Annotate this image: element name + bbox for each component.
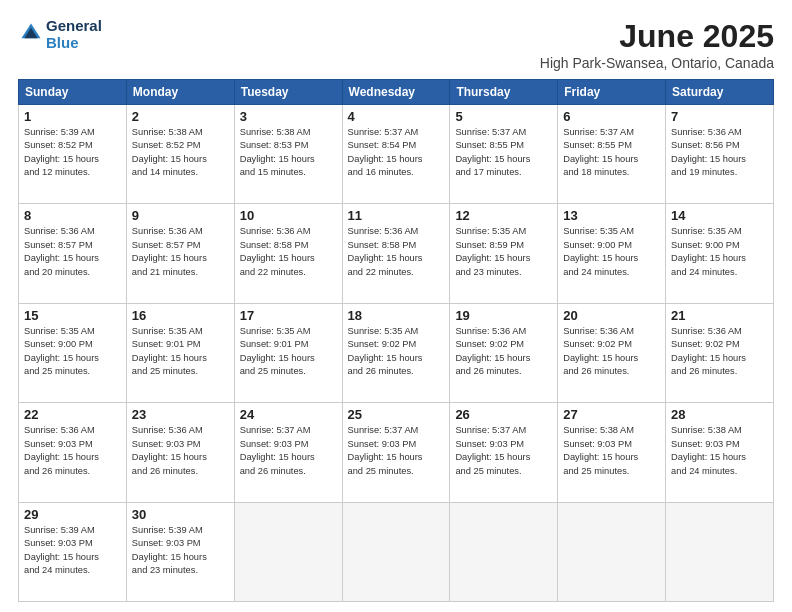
day-info: Sunrise: 5:35 AM Sunset: 9:00 PM Dayligh… <box>671 225 768 279</box>
day-info: Sunrise: 5:35 AM Sunset: 9:01 PM Dayligh… <box>132 325 229 379</box>
day-info: Sunrise: 5:38 AM Sunset: 8:53 PM Dayligh… <box>240 126 337 180</box>
day-number: 15 <box>24 308 121 323</box>
header: General Blue June 2025 High Park-Swansea… <box>18 18 774 71</box>
calendar-cell: 16Sunrise: 5:35 AM Sunset: 9:01 PM Dayli… <box>126 303 234 402</box>
calendar-cell <box>234 502 342 601</box>
day-number: 13 <box>563 208 660 223</box>
calendar-cell: 1Sunrise: 5:39 AM Sunset: 8:52 PM Daylig… <box>19 105 127 204</box>
calendar-cell: 25Sunrise: 5:37 AM Sunset: 9:03 PM Dayli… <box>342 403 450 502</box>
col-header-friday: Friday <box>558 80 666 105</box>
day-number: 4 <box>348 109 445 124</box>
calendar-cell: 5Sunrise: 5:37 AM Sunset: 8:55 PM Daylig… <box>450 105 558 204</box>
day-info: Sunrise: 5:39 AM Sunset: 8:52 PM Dayligh… <box>24 126 121 180</box>
day-info: Sunrise: 5:35 AM Sunset: 9:00 PM Dayligh… <box>563 225 660 279</box>
calendar-cell: 4Sunrise: 5:37 AM Sunset: 8:54 PM Daylig… <box>342 105 450 204</box>
calendar-cell: 15Sunrise: 5:35 AM Sunset: 9:00 PM Dayli… <box>19 303 127 402</box>
calendar-cell: 13Sunrise: 5:35 AM Sunset: 9:00 PM Dayli… <box>558 204 666 303</box>
calendar-cell: 8Sunrise: 5:36 AM Sunset: 8:57 PM Daylig… <box>19 204 127 303</box>
calendar-cell: 20Sunrise: 5:36 AM Sunset: 9:02 PM Dayli… <box>558 303 666 402</box>
day-number: 2 <box>132 109 229 124</box>
col-header-thursday: Thursday <box>450 80 558 105</box>
day-number: 24 <box>240 407 337 422</box>
calendar-table: SundayMondayTuesdayWednesdayThursdayFrid… <box>18 79 774 602</box>
day-info: Sunrise: 5:37 AM Sunset: 9:03 PM Dayligh… <box>240 424 337 478</box>
day-number: 7 <box>671 109 768 124</box>
calendar-cell: 24Sunrise: 5:37 AM Sunset: 9:03 PM Dayli… <box>234 403 342 502</box>
day-info: Sunrise: 5:38 AM Sunset: 9:03 PM Dayligh… <box>563 424 660 478</box>
day-number: 1 <box>24 109 121 124</box>
location: High Park-Swansea, Ontario, Canada <box>540 55 774 71</box>
calendar-cell: 7Sunrise: 5:36 AM Sunset: 8:56 PM Daylig… <box>666 105 774 204</box>
calendar-cell: 28Sunrise: 5:38 AM Sunset: 9:03 PM Dayli… <box>666 403 774 502</box>
day-info: Sunrise: 5:36 AM Sunset: 9:02 PM Dayligh… <box>455 325 552 379</box>
day-number: 18 <box>348 308 445 323</box>
day-info: Sunrise: 5:38 AM Sunset: 8:52 PM Dayligh… <box>132 126 229 180</box>
calendar-cell: 12Sunrise: 5:35 AM Sunset: 8:59 PM Dayli… <box>450 204 558 303</box>
day-number: 28 <box>671 407 768 422</box>
calendar-cell: 22Sunrise: 5:36 AM Sunset: 9:03 PM Dayli… <box>19 403 127 502</box>
day-info: Sunrise: 5:36 AM Sunset: 8:57 PM Dayligh… <box>24 225 121 279</box>
day-number: 30 <box>132 507 229 522</box>
col-header-sunday: Sunday <box>19 80 127 105</box>
col-header-monday: Monday <box>126 80 234 105</box>
calendar-cell <box>558 502 666 601</box>
day-number: 16 <box>132 308 229 323</box>
calendar-cell: 6Sunrise: 5:37 AM Sunset: 8:55 PM Daylig… <box>558 105 666 204</box>
calendar-cell: 18Sunrise: 5:35 AM Sunset: 9:02 PM Dayli… <box>342 303 450 402</box>
day-number: 11 <box>348 208 445 223</box>
calendar-cell: 21Sunrise: 5:36 AM Sunset: 9:02 PM Dayli… <box>666 303 774 402</box>
day-info: Sunrise: 5:36 AM Sunset: 8:58 PM Dayligh… <box>348 225 445 279</box>
calendar-cell: 23Sunrise: 5:36 AM Sunset: 9:03 PM Dayli… <box>126 403 234 502</box>
day-number: 12 <box>455 208 552 223</box>
day-info: Sunrise: 5:38 AM Sunset: 9:03 PM Dayligh… <box>671 424 768 478</box>
calendar-cell: 26Sunrise: 5:37 AM Sunset: 9:03 PM Dayli… <box>450 403 558 502</box>
day-info: Sunrise: 5:36 AM Sunset: 9:02 PM Dayligh… <box>671 325 768 379</box>
day-number: 25 <box>348 407 445 422</box>
calendar-cell: 14Sunrise: 5:35 AM Sunset: 9:00 PM Dayli… <box>666 204 774 303</box>
calendar-week-row: 22Sunrise: 5:36 AM Sunset: 9:03 PM Dayli… <box>19 403 774 502</box>
logo-text-general: General <box>46 18 102 35</box>
day-info: Sunrise: 5:36 AM Sunset: 9:03 PM Dayligh… <box>132 424 229 478</box>
day-info: Sunrise: 5:35 AM Sunset: 9:00 PM Dayligh… <box>24 325 121 379</box>
calendar-cell: 30Sunrise: 5:39 AM Sunset: 9:03 PM Dayli… <box>126 502 234 601</box>
day-number: 10 <box>240 208 337 223</box>
calendar-cell <box>666 502 774 601</box>
calendar-cell: 2Sunrise: 5:38 AM Sunset: 8:52 PM Daylig… <box>126 105 234 204</box>
calendar-week-row: 29Sunrise: 5:39 AM Sunset: 9:03 PM Dayli… <box>19 502 774 601</box>
col-header-saturday: Saturday <box>666 80 774 105</box>
day-info: Sunrise: 5:36 AM Sunset: 9:03 PM Dayligh… <box>24 424 121 478</box>
day-info: Sunrise: 5:36 AM Sunset: 8:58 PM Dayligh… <box>240 225 337 279</box>
day-number: 9 <box>132 208 229 223</box>
calendar-cell: 9Sunrise: 5:36 AM Sunset: 8:57 PM Daylig… <box>126 204 234 303</box>
calendar-week-row: 1Sunrise: 5:39 AM Sunset: 8:52 PM Daylig… <box>19 105 774 204</box>
day-info: Sunrise: 5:35 AM Sunset: 8:59 PM Dayligh… <box>455 225 552 279</box>
day-number: 29 <box>24 507 121 522</box>
page: General Blue June 2025 High Park-Swansea… <box>0 0 792 612</box>
day-info: Sunrise: 5:36 AM Sunset: 8:57 PM Dayligh… <box>132 225 229 279</box>
title-block: June 2025 High Park-Swansea, Ontario, Ca… <box>540 18 774 71</box>
day-info: Sunrise: 5:35 AM Sunset: 9:02 PM Dayligh… <box>348 325 445 379</box>
day-number: 21 <box>671 308 768 323</box>
logo-text-blue: Blue <box>46 35 102 52</box>
day-number: 8 <box>24 208 121 223</box>
day-number: 20 <box>563 308 660 323</box>
day-number: 17 <box>240 308 337 323</box>
calendar-cell: 19Sunrise: 5:36 AM Sunset: 9:02 PM Dayli… <box>450 303 558 402</box>
month-title: June 2025 <box>540 18 774 55</box>
day-number: 22 <box>24 407 121 422</box>
day-number: 23 <box>132 407 229 422</box>
calendar-header-row: SundayMondayTuesdayWednesdayThursdayFrid… <box>19 80 774 105</box>
col-header-wednesday: Wednesday <box>342 80 450 105</box>
calendar-cell: 27Sunrise: 5:38 AM Sunset: 9:03 PM Dayli… <box>558 403 666 502</box>
day-info: Sunrise: 5:37 AM Sunset: 8:55 PM Dayligh… <box>455 126 552 180</box>
calendar-cell: 10Sunrise: 5:36 AM Sunset: 8:58 PM Dayli… <box>234 204 342 303</box>
day-info: Sunrise: 5:39 AM Sunset: 9:03 PM Dayligh… <box>132 524 229 578</box>
day-number: 26 <box>455 407 552 422</box>
calendar-cell <box>450 502 558 601</box>
day-number: 5 <box>455 109 552 124</box>
day-info: Sunrise: 5:37 AM Sunset: 9:03 PM Dayligh… <box>455 424 552 478</box>
calendar-cell: 3Sunrise: 5:38 AM Sunset: 8:53 PM Daylig… <box>234 105 342 204</box>
logo: General Blue <box>18 18 102 51</box>
day-info: Sunrise: 5:39 AM Sunset: 9:03 PM Dayligh… <box>24 524 121 578</box>
logo-icon <box>20 22 42 44</box>
